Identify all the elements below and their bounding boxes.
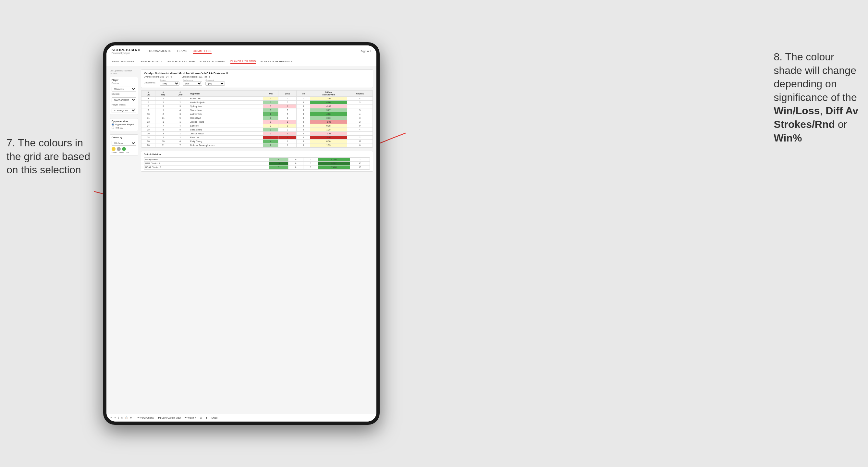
legend-down-label: Down: [112, 152, 117, 154]
region-filter: Region (All): [160, 79, 180, 86]
redo-icon[interactable]: ↪: [114, 416, 116, 419]
colour-by-select[interactable]: Win/loss: [112, 141, 136, 146]
out-of-division-table: Foreign Team 1 0 0 4.500 2 NAIA Division…: [144, 157, 370, 170]
tablet: SCOREBOARD Powered by clippd TOURNAMENTS…: [103, 42, 380, 425]
table-row: 1631 Jessica Mason 1 2 0 -0.94: [142, 132, 373, 136]
legend-labels: Down Level Up: [112, 152, 136, 154]
player-rank-label: Player (Rank): [112, 103, 136, 106]
region-select[interactable]: (All): [160, 82, 180, 86]
opponent-select[interactable]: (All): [206, 82, 225, 86]
subnav-team-h2h-heatmap[interactable]: TEAM H2H HEATMAP: [166, 59, 195, 64]
refresh-icon[interactable]: ↻: [130, 416, 132, 419]
top-nav: SCOREBOARD Powered by clippd TOURNAMENTS…: [106, 45, 376, 57]
legend-row: [112, 147, 136, 151]
table-row: 11115 Heejo Hyun 1 0 0 3.33 3: [142, 116, 373, 120]
opponent-view-section: Opponent view Opponents Played Top 100: [110, 118, 138, 131]
filters-row: Opponents: Region (All) Conference (All): [144, 79, 370, 86]
watch-icon: 👁: [185, 417, 187, 419]
table-row: 1311 Jessica Huang 0 1 0 -3.00 2: [142, 120, 373, 124]
view-icon: 👁: [137, 417, 140, 419]
nav-committee[interactable]: COMMITTEE: [193, 49, 212, 54]
table-row: 20106 Emily Chang 4 1 0 0.30 11: [142, 139, 373, 144]
left-panel: Last Updated: 27/03/202416:55:38 Player …: [110, 69, 138, 410]
conference-filter: Conference (All): [183, 79, 202, 86]
col-loss: Loss: [278, 91, 297, 97]
player-section: Player Gender Women's Division NCAA Divi…: [110, 77, 138, 115]
main-content: Last Updated: 27/03/202416:55:38 Player …: [106, 66, 376, 414]
legend-up-dot: [122, 147, 126, 151]
gender-label: Gender: [112, 82, 136, 84]
nav-tournaments[interactable]: TOURNAMENTS: [147, 49, 171, 54]
legend-level-dot: [117, 147, 121, 151]
save-icon: 💾: [158, 417, 161, 419]
col-rounds: Rounds: [347, 91, 373, 97]
table-row: 1585 Stella Cheng 1 0 0 1.25 4: [142, 128, 373, 132]
nav-signout[interactable]: Sign out: [361, 50, 371, 53]
table-row: 20117 Federica Domecq Lacroze 2 1 0 1.33…: [142, 144, 373, 147]
radio-group: Opponents Played Top 100: [112, 123, 136, 129]
division-label: Division: [112, 93, 136, 95]
opponents-label: Opponents:: [144, 82, 155, 84]
nav-teams[interactable]: TEAMS: [177, 49, 188, 54]
col-div: #Div: [142, 91, 155, 97]
radio-dot-top100: [112, 127, 114, 129]
radio-dot-opponents: [112, 123, 114, 126]
col-win: Win: [263, 91, 278, 97]
opponent-view-label: Opponent view: [112, 120, 136, 122]
division-select[interactable]: NCAA Division III: [112, 97, 136, 102]
legend-down-dot: [112, 147, 116, 151]
out-of-division: Out of division Foreign Team 1 0 0 4.500: [141, 151, 373, 172]
table-row: 311 Esther Lee 1 0 1 1.50 4: [142, 97, 373, 101]
copy-icon[interactable]: ⎘: [121, 416, 123, 419]
player-label: Player: [112, 79, 136, 81]
subnav-player-summary[interactable]: PLAYER SUMMARY: [199, 59, 226, 64]
subnav-player-h2h-heatmap[interactable]: PLAYER H2H HEATMAP: [260, 59, 293, 64]
subnav-player-h2h-grid[interactable]: PLAYER H2H GRID: [230, 59, 256, 64]
annotation-right: 8. The colour shade will change dependin…: [774, 50, 858, 145]
paste-icon[interactable]: 📋: [125, 416, 128, 419]
legend-up-label: Up: [127, 152, 129, 154]
save-custom-view-btn[interactable]: 💾 Save Custom View: [157, 416, 182, 419]
gender-select[interactable]: Women's: [112, 87, 136, 92]
conference-select[interactable]: (All): [183, 82, 202, 86]
share-btn[interactable]: Share: [211, 416, 219, 419]
radio-opponents-played[interactable]: Opponents Played: [112, 123, 136, 126]
logo-text: SCOREBOARD: [112, 48, 141, 52]
undo-icon[interactable]: ↩: [110, 416, 112, 419]
view-original-btn[interactable]: 👁 View: Original: [136, 416, 155, 419]
chevron-down-icon: ▾: [195, 417, 196, 419]
subnav-team-h2h-grid[interactable]: TEAM H2H GRID: [139, 59, 162, 64]
overall-record: Overall Record: 353 - 34 - 6: [144, 75, 172, 78]
table-row: 633 Sydney Kuo 0 1 0 -1.00: [142, 104, 373, 108]
layout-btn[interactable]: ⊞: [199, 416, 203, 419]
colour-by-section: Colour by Win/loss Down Level Up: [110, 134, 138, 155]
player-rank-select[interactable]: 8. Katelyn Vo: [112, 108, 136, 113]
col-tie: Tie: [297, 91, 310, 97]
subnav-team-summary[interactable]: TEAM SUMMARY: [112, 59, 135, 64]
table-row: 522 Alexis Sudjianto 1 0 0 4.00 3: [142, 101, 373, 104]
legend-level-label: Level: [119, 152, 124, 154]
col-reg: #Reg: [155, 91, 171, 97]
bottom-toolbar: ↩ ↪ ⟩ ⎘ 📋 ↻ 👁 View: Original 💾 Save Cust…: [106, 414, 376, 422]
sub-nav: TEAM SUMMARY TEAM H2H GRID TEAM H2H HEAT…: [106, 57, 376, 66]
conference-label: Conference: [183, 79, 202, 81]
data-table: #Div #Reg #Conf Opponent Win Loss Tie Di…: [141, 90, 373, 148]
table-row: 1063 Andrea York 2 0 0 4.00 4: [142, 112, 373, 116]
right-panel: Katelyn Vo Head-to-Head Grid for Women's…: [141, 69, 373, 410]
forward-icon[interactable]: ⟩: [118, 416, 119, 419]
table-row: Foreign Team 1 0 0 4.500 2: [145, 158, 370, 162]
grid-records: Overall Record: 353 - 34 - 6 Division Re…: [144, 75, 370, 78]
export-btn[interactable]: ⬆: [205, 416, 209, 419]
table-row: NAIA Division 1 15 0 0 9.267 30: [145, 162, 370, 165]
toolbar-divider: [134, 416, 134, 420]
out-of-division-title: Out of division: [144, 153, 370, 156]
watch-btn[interactable]: 👁 Watch ▾: [184, 416, 197, 419]
tablet-screen: SCOREBOARD Powered by clippd TOURNAMENTS…: [106, 45, 376, 422]
annotation-left: 7. The colours in the grid are based on …: [6, 136, 90, 177]
radio-top100[interactable]: Top 100: [112, 127, 136, 129]
nav-links: TOURNAMENTS TEAMS COMMITTEE: [147, 49, 361, 54]
division-record: Division Record: 331 - 34 - 6: [181, 75, 210, 78]
nav-right: Sign out: [361, 50, 371, 53]
col-conf: #Conf: [171, 91, 189, 97]
logo-sub: Powered by clippd: [112, 52, 141, 54]
